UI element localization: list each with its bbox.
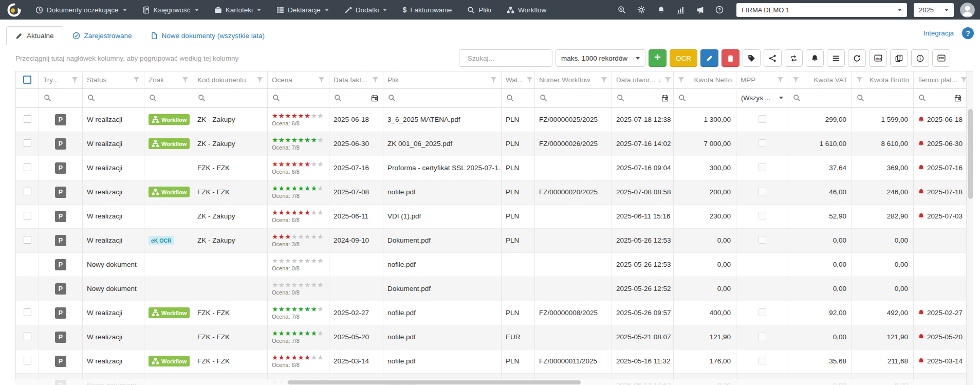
column-header-kwota_netto[interactable]: Kwota Netto [674,71,736,88]
search-input[interactable] [468,54,547,62]
column-header-ocena[interactable]: Ocena [268,71,329,88]
nav-item-kartoteki[interactable]: Kartoteki [207,0,269,20]
document-row[interactable]: P W realizacji Workflow FZK - FZK ★★★★★★… [16,301,967,325]
mpp-checkbox[interactable] [759,188,766,195]
filter-funnel-icon[interactable] [71,77,78,83]
column-header-waluta[interactable]: Wal... [502,71,535,88]
nav-item-ksi-gowo[interactable]: Księgowość [135,0,207,20]
notifications-button[interactable] [806,49,824,67]
filter-cell-data_utworzenia[interactable] [612,88,674,107]
user-avatar[interactable] [960,3,975,17]
search-box[interactable] [459,49,552,67]
calendar-icon[interactable] [661,95,669,102]
filter-cell-tryb[interactable] [39,88,83,107]
filter-funnel-icon[interactable] [182,77,189,83]
row-checkbox[interactable] [24,188,31,195]
tab-aktualne[interactable]: Aktualne [6,26,63,45]
repeat-button[interactable] [785,49,803,67]
mpp-checkbox[interactable] [759,115,766,123]
mpp-checkbox[interactable] [759,163,766,171]
menu-button[interactable] [827,49,845,67]
filter-cell-termin[interactable] [914,88,967,107]
document-row[interactable]: P W realizacji FZK - FZK ★★★★★★★★Ocena: … [16,156,967,180]
filter-funnel-icon[interactable] [372,77,379,83]
row-checkbox[interactable] [24,115,31,123]
mpp-checkbox[interactable] [759,212,766,219]
filter-cell-kwota_vat[interactable] [788,88,852,107]
edit-button[interactable] [700,49,718,67]
filter-cell-kwota_netto[interactable] [674,88,736,107]
year-select[interactable]: 2025 [914,3,954,17]
nav-item-deklaracje[interactable]: Deklaracje [269,0,337,20]
filter-funnel-icon[interactable] [777,77,784,83]
add-button[interactable]: + [649,49,667,67]
column-header-kwota_vat[interactable]: Kwota VAT [788,71,852,88]
filter-cell-plik[interactable] [383,88,502,107]
filter-funnel-icon[interactable] [133,77,140,83]
info-button[interactable] [911,49,929,67]
nav-gear-button[interactable] [632,0,651,20]
nav-chart-button[interactable] [671,0,690,20]
mpp-checkbox[interactable] [759,308,766,316]
tags-button[interactable] [743,49,761,67]
filter-cell-ocena[interactable] [268,88,329,107]
column-header-kod[interactable]: Kod dokumentu [193,71,268,88]
help-button[interactable]: ? [962,27,974,39]
calendar-icon[interactable] [954,95,961,102]
document-row[interactable]: P W realizacji FZK - FZK ★★★★★★★★Ocena: … [16,325,967,349]
filter-cell-status[interactable] [83,88,144,107]
filter-funnel-icon[interactable] [678,77,685,83]
filter-cell-kod[interactable] [193,88,268,107]
tab-nowe-dokumenty-wszystkie-lata[interactable]: Nowe dokumenty (wszystkie lata) [141,26,274,45]
document-row[interactable]: P W realizacji eK OCR ZK - Zakupy ★★★★★★… [16,228,967,252]
mpp-checkbox[interactable] [759,139,766,147]
document-row[interactable]: P W realizacji Workflow ZK - Zakupy ★★★★… [16,107,967,132]
nav-item-dokumenty-oczekuj-ce[interactable]: Dokumenty oczekujące [28,0,135,20]
row-checkbox[interactable] [24,139,31,147]
select-all-checkbox[interactable] [23,76,31,84]
company-select[interactable]: FIRMA DEMO 1 [736,3,907,17]
filter-funnel-icon[interactable] [490,77,497,83]
document-row[interactable]: P Nowy dokument ★★★★★★★★Ocena: 0/8 nofil… [16,252,967,277]
document-row[interactable]: P W realizacji ZK - Zakupy ★★★★★★★★Ocena… [16,204,967,228]
column-header-kwota_brutto[interactable]: Kwota Brutto [852,71,914,88]
calendar-icon[interactable] [371,95,378,102]
column-header-tryb[interactable]: Try... [39,71,83,88]
filter-cell-numer_workflow[interactable] [535,88,612,107]
header-select-all[interactable] [16,71,39,88]
vertical-scrollbar-thumb[interactable] [968,109,973,199]
filter-funnel-icon[interactable] [256,77,263,83]
column-header-termin[interactable]: Termin płat... [914,71,967,88]
integration-link[interactable]: Integracja [920,29,954,37]
filter-cell-waluta[interactable] [502,88,535,107]
row-checkbox[interactable] [24,236,31,244]
nav-item-workflow[interactable]: Workflow [499,0,554,20]
horizontal-scrollbar-thumb[interactable] [288,380,581,384]
document-row[interactable]: P W realizacji Workflow FZK - FZK ★★★★★★… [16,180,967,204]
nav-item-fakturowanie[interactable]: $Fakturowanie [395,0,459,20]
document-row[interactable]: P Nowy dokument ★★★★★★★★Ocena: 0/8 Dokum… [16,277,967,301]
copy-button[interactable] [890,49,908,67]
nav-megaphone-button[interactable] [690,0,710,20]
column-header-numer_workflow[interactable]: Numer Workflow [535,71,612,88]
row-checkbox[interactable] [24,357,31,364]
column-header-data_faktury[interactable]: Data fakt... [329,71,383,88]
mpp-checkbox[interactable] [759,357,766,364]
row-checkbox[interactable] [24,308,31,316]
column-header-mpp[interactable]: MPP [736,71,788,88]
document-row[interactable]: P W realizacji Workflow ZK - Zakupy ★★★★… [16,132,967,156]
filter-cell-znak[interactable] [144,88,193,107]
nav-bell-button[interactable] [651,0,671,20]
filter-funnel-icon[interactable] [664,77,671,83]
filter-funnel-icon[interactable] [526,77,533,83]
filter-cell-mpp[interactable]: (Wszys ... [736,88,788,107]
column-header-status[interactable]: Status [83,71,144,88]
mpp-checkbox[interactable] [759,333,766,340]
filter-cell-kwota_brutto[interactable] [852,88,914,107]
row-checkbox[interactable] [24,333,31,340]
ocr-button[interactable]: OCR [670,49,697,67]
mpp-checkbox[interactable] [759,236,766,244]
row-checkbox[interactable] [24,212,31,219]
column-header-znak[interactable]: Znak [144,71,193,88]
tab-zarejestrowane[interactable]: Zarejestrowane [63,26,141,45]
